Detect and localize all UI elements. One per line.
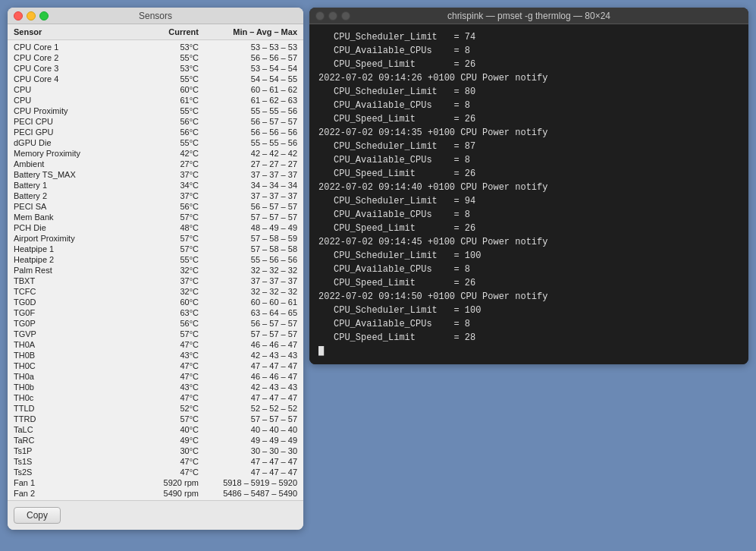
sensor-name: TH0B <box>14 351 138 360</box>
sensor-current: 48°C <box>138 223 199 232</box>
sensor-name: TaLC <box>14 425 138 434</box>
window-controls <box>14 11 49 20</box>
sensor-row: TH0c 47°C 47 – 47 – 47 <box>8 392 303 403</box>
sensor-row: dGPU Die 55°C 55 – 55 – 56 <box>8 137 303 148</box>
sensor-current: 47°C <box>138 393 199 402</box>
sensor-name: TG0F <box>14 308 138 317</box>
sensor-range: 37 – 37 – 37 <box>199 191 297 200</box>
sensor-range: 63 – 64 – 65 <box>199 308 297 317</box>
sensor-current: 61°C <box>138 96 199 105</box>
sensor-row: TaLC 40°C 40 – 40 – 40 <box>8 424 303 435</box>
sensor-name: CPU Core 3 <box>14 64 138 73</box>
terminal-line: CPU_Speed_Limit = 28 <box>318 331 739 345</box>
maximize-dot[interactable] <box>39 11 49 20</box>
sensor-current: 47°C <box>138 457 199 466</box>
sensor-name: Heatpipe 1 <box>14 244 138 253</box>
sensor-row: TTLD 52°C 52 – 52 – 52 <box>8 403 303 414</box>
sensors-table-body: CPU Core 1 53°C 53 – 53 – 53 CPU Core 2 … <box>8 40 303 500</box>
sensor-name: TaRC <box>14 436 138 445</box>
sensor-name: PECI SA <box>14 202 138 211</box>
sensor-range: 57 – 58 – 59 <box>199 234 297 243</box>
sensor-range: 37 – 37 – 37 <box>199 276 297 285</box>
sensor-name: Ts1P <box>14 446 138 455</box>
sensor-current: 34°C <box>138 181 199 190</box>
terminal-line: CPU_Speed_Limit = 26 <box>318 276 739 290</box>
sensor-current: 27°C <box>138 159 199 168</box>
sensor-current: 5920 rpm <box>138 478 199 487</box>
sensor-current: 55°C <box>138 138 199 147</box>
sensor-row: Memory Proximity 42°C 42 – 42 – 42 <box>8 148 303 159</box>
sensor-row: Ts1S 47°C 47 – 47 – 47 <box>8 456 303 467</box>
sensors-footer: Copy <box>8 500 303 530</box>
terminal-close-dot[interactable] <box>315 11 325 20</box>
sensor-range: 60 – 60 – 61 <box>199 298 297 307</box>
sensor-name: CPU <box>14 85 138 94</box>
sensor-row: Battery TS_MAX 37°C 37 – 37 – 37 <box>8 169 303 180</box>
terminal-minimize-dot[interactable] <box>328 11 337 20</box>
sensor-range: 57 – 57 – 57 <box>199 329 297 338</box>
sensor-row: Ts2S 47°C 47 – 47 – 47 <box>8 467 303 477</box>
sensor-range: 55 – 55 – 56 <box>199 106 297 115</box>
terminal-window-controls <box>315 11 350 20</box>
header-current: Current <box>138 27 199 36</box>
sensor-name: CPU Core 2 <box>14 53 138 62</box>
sensor-range: 30 – 30 – 30 <box>199 446 297 455</box>
sensor-row: CPU Core 3 53°C 53 – 54 – 54 <box>8 63 303 74</box>
sensor-range: 55 – 56 – 56 <box>199 255 297 264</box>
sensor-row: CPU Core 2 55°C 56 – 56 – 57 <box>8 52 303 63</box>
sensor-row: CPU Proximity 55°C 55 – 55 – 56 <box>8 105 303 116</box>
terminal-line: 2022-07-02 09:14:40 +0100 CPU Power noti… <box>318 181 739 194</box>
terminal-line: 2022-07-02 09:14:45 +0100 CPU Power noti… <box>318 235 739 249</box>
sensor-row: CPU 61°C 61 – 62 – 63 <box>8 95 303 105</box>
sensor-name: PECI GPU <box>14 128 138 137</box>
sensor-name: TH0b <box>14 383 138 392</box>
sensor-row: TH0a 47°C 46 – 46 – 47 <box>8 371 303 382</box>
minimize-dot[interactable] <box>27 11 36 20</box>
sensor-name: TH0A <box>14 340 138 349</box>
terminal-line: 2022-07-02 09:14:26 +0100 CPU Power noti… <box>318 71 739 85</box>
sensor-current: 47°C <box>138 340 199 349</box>
sensor-range: 42 – 42 – 42 <box>199 149 297 158</box>
sensor-range: 5486 – 5487 – 5490 <box>199 489 297 498</box>
sensor-range: 46 – 46 – 47 <box>199 372 297 381</box>
sensors-title: Sensors <box>139 11 172 21</box>
terminal-line: CPU_Scheduler_Limit = 74 <box>318 30 739 44</box>
terminal-maximize-dot[interactable] <box>341 11 350 20</box>
copy-button[interactable]: Copy <box>14 507 61 524</box>
sensor-current: 47°C <box>138 372 199 381</box>
sensor-name: TTRD <box>14 414 138 423</box>
sensor-range: 5918 – 5919 – 5920 <box>199 478 297 487</box>
header-range: Min – Avg – Max <box>199 27 297 36</box>
sensor-current: 32°C <box>138 266 199 275</box>
terminal-line: CPU_Scheduler_Limit = 87 <box>318 140 739 153</box>
sensor-range: 53 – 53 – 53 <box>199 43 297 52</box>
sensor-range: 27 – 27 – 27 <box>199 159 297 168</box>
sensor-row: TGVP 57°C 57 – 57 – 57 <box>8 329 303 339</box>
sensor-current: 56°C <box>138 202 199 211</box>
sensor-row: Battery 2 37°C 37 – 37 – 37 <box>8 190 303 201</box>
header-sensor: Sensor <box>14 27 138 36</box>
terminal-line: CPU_Speed_Limit = 26 <box>318 112 739 126</box>
sensor-name: TTLD <box>14 404 138 413</box>
terminal-body[interactable]: CPU_Scheduler_Limit = 74CPU_Available_CP… <box>309 24 748 364</box>
sensor-row: TaRC 49°C 49 – 49 – 49 <box>8 435 303 446</box>
sensor-name: Mem Bank <box>14 213 138 222</box>
sensor-row: PECI CPU 56°C 56 – 57 – 57 <box>8 116 303 127</box>
sensor-name: TH0a <box>14 372 138 381</box>
sensor-name: TH0C <box>14 361 138 370</box>
sensor-name: TGVP <box>14 329 138 338</box>
terminal-line: CPU_Speed_Limit = 26 <box>318 167 739 181</box>
sensor-name: dGPU Die <box>14 138 138 147</box>
sensor-range: 40 – 40 – 40 <box>199 425 297 434</box>
sensor-row: TH0C 47°C 47 – 47 – 47 <box>8 361 303 371</box>
sensor-row: CPU Core 1 53°C 53 – 53 – 53 <box>8 42 303 52</box>
terminal-line: CPU_Scheduler_Limit = 80 <box>318 85 739 99</box>
sensor-range: 61 – 62 – 63 <box>199 96 297 105</box>
sensor-name: Airport Proximity <box>14 234 138 243</box>
terminal-line: 2022-07-02 09:14:50 +0100 CPU Power noti… <box>318 290 739 304</box>
sensor-name: TG0P <box>14 319 138 328</box>
sensor-current: 57°C <box>138 213 199 222</box>
sensors-table-header: Sensor Current Min – Avg – Max <box>8 24 303 40</box>
close-dot[interactable] <box>14 11 23 20</box>
sensor-name: Heatpipe 2 <box>14 255 138 264</box>
